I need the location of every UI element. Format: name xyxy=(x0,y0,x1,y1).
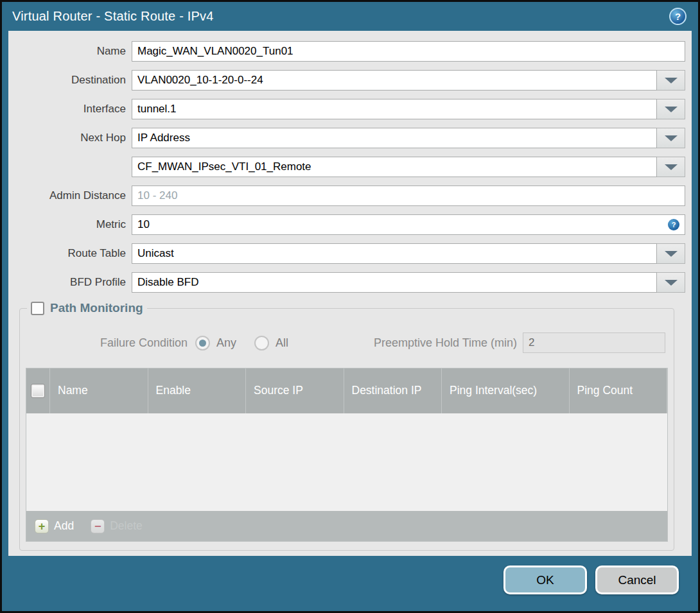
destination-input[interactable] xyxy=(132,70,657,91)
failure-condition-any-radio xyxy=(195,336,210,350)
table-body-empty xyxy=(26,413,667,511)
chevron-down-icon xyxy=(665,135,678,141)
delete-button: − Delete xyxy=(91,519,143,533)
path-monitoring-label: Path Monitoring xyxy=(50,301,143,315)
preemptive-hold-time-label: Preemptive Hold Time (min) xyxy=(374,336,517,350)
add-icon: + xyxy=(35,519,49,533)
path-monitoring-checkbox[interactable] xyxy=(31,302,44,315)
metric-input[interactable] xyxy=(132,214,685,235)
name-row: Name xyxy=(8,41,685,62)
failure-condition-all-radio xyxy=(254,336,269,350)
next-hop-row: Next Hop xyxy=(8,128,685,148)
dialog-title: Virtual Router - Static Route - IPv4 xyxy=(12,9,214,24)
metric-label: Metric xyxy=(8,218,132,231)
chevron-down-icon xyxy=(665,78,678,83)
chevron-down-icon xyxy=(665,280,678,286)
column-header-source-ip: Source IP xyxy=(246,368,344,413)
select-all-column xyxy=(26,368,50,413)
select-all-checkbox xyxy=(31,384,45,398)
add-button[interactable]: + Add xyxy=(35,519,74,533)
column-header-name: Name xyxy=(50,368,148,413)
bfd-profile-label: BFD Profile xyxy=(8,276,132,289)
failure-condition-any-label: Any xyxy=(216,336,236,350)
destination-dropdown-button[interactable] xyxy=(657,70,685,91)
column-header-ping-count: Ping Count xyxy=(570,368,668,413)
ok-button[interactable]: OK xyxy=(503,566,587,594)
next-hop-address-input[interactable] xyxy=(132,157,657,177)
path-monitoring-table: Name Enable Source IP Destination IP Pin… xyxy=(26,368,668,542)
route-table-input[interactable] xyxy=(132,243,657,264)
preemptive-hold-time-input xyxy=(523,332,665,353)
path-monitoring-options-row: Failure Condition Any All Preemptive Hol… xyxy=(26,332,665,354)
failure-condition-label: Failure Condition xyxy=(26,336,188,350)
next-hop-address-row xyxy=(8,157,685,177)
route-table-dropdown-button[interactable] xyxy=(657,243,685,264)
metric-help-icon[interactable]: ? xyxy=(668,219,679,230)
name-label: Name xyxy=(8,45,132,58)
column-header-enable: Enable xyxy=(148,368,247,413)
cancel-button[interactable]: Cancel xyxy=(595,566,679,594)
next-hop-address-dropdown-button[interactable] xyxy=(657,157,685,177)
bfd-profile-input[interactable] xyxy=(132,272,657,293)
chevron-down-icon xyxy=(665,164,678,170)
metric-row: Metric ? xyxy=(8,214,685,235)
interface-dropdown-button[interactable] xyxy=(657,99,685,119)
interface-input[interactable] xyxy=(132,99,657,119)
next-hop-label: Next Hop xyxy=(8,132,132,144)
delete-icon: − xyxy=(91,519,105,533)
admin-distance-label: Admin Distance xyxy=(8,189,132,202)
add-button-label: Add xyxy=(54,519,74,533)
help-icon[interactable]: ? xyxy=(669,8,687,25)
path-monitoring-legend: Path Monitoring xyxy=(27,301,147,315)
table-toolbar: + Add − Delete xyxy=(26,511,667,541)
interface-label: Interface xyxy=(8,103,132,116)
route-table-label: Route Table xyxy=(8,247,132,260)
table-header-row: Name Enable Source IP Destination IP Pin… xyxy=(26,368,667,413)
column-header-destination-ip: Destination IP xyxy=(344,368,442,413)
delete-button-label: Delete xyxy=(110,519,143,533)
bfd-profile-dropdown-button[interactable] xyxy=(657,272,685,293)
admin-distance-input[interactable] xyxy=(132,186,685,206)
static-route-dialog: Virtual Router - Static Route - IPv4 ? N… xyxy=(0,0,700,613)
admin-distance-row: Admin Distance xyxy=(8,186,685,206)
dialog-titlebar: Virtual Router - Static Route - IPv4 ? xyxy=(2,2,698,31)
bfd-profile-row: BFD Profile xyxy=(8,272,685,293)
failure-condition-all-label: All xyxy=(276,336,288,350)
next-hop-dropdown-button[interactable] xyxy=(657,128,685,148)
destination-row: Destination xyxy=(8,70,685,91)
chevron-down-icon xyxy=(665,251,678,257)
dialog-content: Name Destination Interface Next Hop xyxy=(8,31,692,556)
interface-row: Interface xyxy=(8,99,685,119)
path-monitoring-section: Path Monitoring Failure Condition Any Al… xyxy=(19,301,674,551)
name-input[interactable] xyxy=(132,41,685,62)
destination-label: Destination xyxy=(8,74,132,87)
route-table-row: Route Table xyxy=(8,243,685,264)
next-hop-input[interactable] xyxy=(132,128,657,148)
dialog-footer: OK Cancel xyxy=(2,556,698,611)
chevron-down-icon xyxy=(665,107,678,112)
column-header-ping-interval: Ping Interval(sec) xyxy=(442,368,570,413)
